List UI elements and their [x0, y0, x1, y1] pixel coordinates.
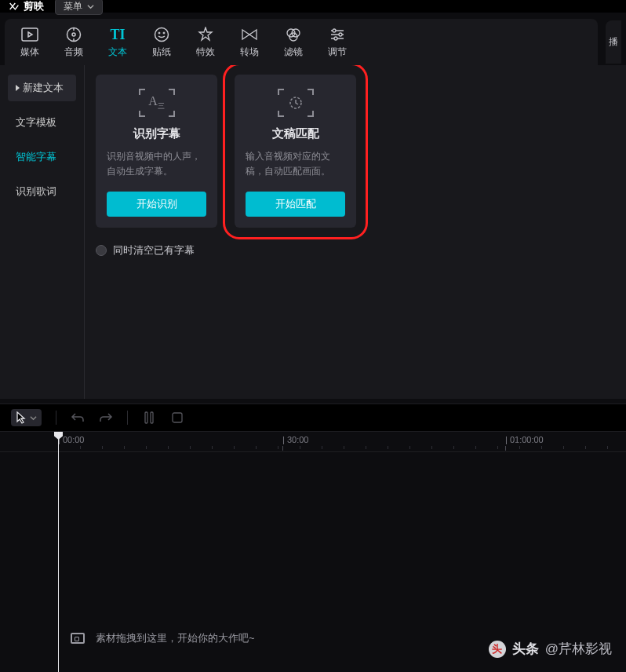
svg-rect-0	[22, 28, 38, 41]
svg-point-3	[155, 28, 169, 42]
ruler-tick: | 30:00	[282, 435, 308, 444]
sidebar-item-lyrics[interactable]: 识别歌词	[8, 178, 76, 205]
watermark-brand: 头条	[512, 640, 539, 658]
app-logo: 剪映	[8, 0, 44, 13]
svg-point-4	[158, 32, 160, 34]
subtitle-recognize-icon: A三	[139, 89, 175, 117]
ruler-tick: | 01:00:00	[505, 435, 544, 444]
clear-existing-row: 同时清空已有字幕	[96, 243, 615, 257]
triangle-icon	[16, 85, 20, 91]
timeline[interactable]: | 00:00| 30:00| 01:00:00 素材拖拽到这里，开始你的大作吧…	[0, 432, 626, 672]
card-script-match: 文稿匹配 输入音视频对应的文稿，自动匹配画面。 开始匹配	[235, 75, 356, 228]
drop-hint-text: 素材拖拽到这里，开始你的大作吧~	[96, 631, 255, 645]
playhead[interactable]	[58, 432, 59, 672]
svg-point-11	[334, 37, 337, 40]
redo-button[interactable]	[99, 411, 113, 425]
text-icon: TI	[96, 25, 140, 44]
tab-filter[interactable]: 滤镜	[271, 24, 315, 65]
tab-sticker[interactable]: 贴纸	[140, 24, 184, 65]
card-desc: 输入音视频对应的文稿，自动匹配画面。	[246, 149, 345, 179]
effects-icon	[184, 25, 227, 44]
script-match-icon	[278, 89, 314, 117]
tab-adjust[interactable]: 调节	[315, 24, 359, 65]
delete-button[interactable]	[170, 411, 184, 425]
svg-point-9	[333, 29, 336, 32]
clear-existing-checkbox[interactable]	[96, 245, 107, 256]
content-area: A三 识别字幕 识别音视频中的人声，自动生成字幕。 开始识别 文稿匹配 输入音视…	[85, 65, 626, 399]
svg-point-2	[72, 33, 75, 36]
menu-label: 菜单	[64, 0, 82, 13]
split-button[interactable]	[142, 411, 156, 425]
chevron-down-icon	[30, 415, 37, 422]
transition-icon	[227, 25, 271, 44]
svg-rect-14	[151, 412, 153, 423]
sidebar-item-new-text[interactable]: 新建文本	[8, 75, 76, 101]
start-match-button[interactable]: 开始匹配	[246, 192, 345, 217]
toutiao-logo-icon: 头	[489, 641, 506, 658]
watermark: 头 头条 @芹林影视	[489, 640, 612, 658]
card-title: 文稿匹配	[272, 126, 319, 141]
sidebar-item-template[interactable]: 文字模板	[8, 109, 76, 136]
audio-icon	[52, 25, 96, 44]
card-desc: 识别音视频中的人声，自动生成字幕。	[107, 149, 206, 179]
timeline-ruler[interactable]: | 00:00| 30:00| 01:00:00	[0, 432, 626, 452]
sidebar-item-smart-subtitle[interactable]: 智能字幕	[8, 144, 76, 170]
filter-icon	[271, 25, 315, 44]
drop-hint: 素材拖拽到这里，开始你的大作吧~	[71, 631, 255, 645]
separator	[127, 411, 128, 425]
separator	[56, 411, 56, 425]
svg-rect-15	[173, 413, 182, 422]
tab-transition[interactable]: 转场	[227, 24, 271, 65]
placeholder-icon	[71, 633, 85, 644]
card-title: 识别字幕	[133, 126, 180, 141]
sticker-icon	[140, 25, 184, 44]
tab-media[interactable]: 媒体	[8, 24, 52, 65]
tab-effects[interactable]: 特效	[184, 24, 227, 65]
right-panel-stub: 播	[606, 20, 621, 64]
svg-point-10	[339, 33, 342, 36]
timeline-toolbar	[0, 404, 626, 432]
start-recognize-button[interactable]: 开始识别	[107, 192, 206, 217]
adjust-icon	[315, 25, 359, 44]
cursor-icon	[16, 411, 27, 424]
app-name: 剪映	[24, 0, 44, 13]
svg-rect-13	[145, 412, 147, 423]
category-tabs: 媒体 音频 TI 文本 贴纸 特效 转场 滤镜 调节	[5, 19, 598, 65]
tab-text[interactable]: TI 文本	[96, 24, 140, 65]
text-sidebar: 新建文本 文字模板 智能字幕 识别歌词	[0, 65, 85, 399]
chevron-down-icon	[87, 3, 94, 10]
menu-dropdown[interactable]: 菜单	[55, 0, 103, 15]
undo-button[interactable]	[71, 411, 85, 425]
cursor-tool[interactable]	[11, 409, 42, 426]
card-recognize-subtitle: A三 识别字幕 识别音视频中的人声，自动生成字幕。 开始识别	[96, 75, 217, 228]
watermark-author: @芹林影视	[545, 640, 612, 658]
media-icon	[8, 25, 52, 44]
tab-audio[interactable]: 音频	[52, 24, 96, 65]
svg-point-5	[163, 32, 165, 34]
clear-existing-label: 同时清空已有字幕	[113, 243, 195, 257]
